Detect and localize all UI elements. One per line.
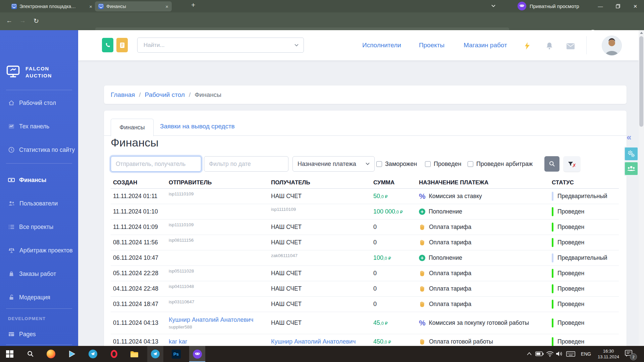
- user-avatar[interactable]: [602, 36, 622, 56]
- sidebar-section-development: DEVELOPMENT: [8, 316, 46, 321]
- sidebar-item-site-stats[interactable]: Статистика по сайту: [8, 146, 75, 154]
- sidebar-divider: [6, 163, 72, 164]
- chevron-down-icon[interactable]: [294, 44, 299, 47]
- new-tab-button[interactable]: +: [191, 1, 195, 9]
- nav-link-executors[interactable]: Исполнители: [362, 42, 401, 49]
- percent-icon: %: [419, 192, 426, 201]
- play-icon: [68, 350, 76, 358]
- users-icon: [8, 200, 15, 207]
- cell-receiver: zak06111047: [271, 254, 373, 261]
- minimize-button[interactable]: —: [592, 0, 609, 12]
- cell-status: Проведен: [552, 238, 619, 247]
- brand-logo[interactable]: FALCON AUCTION: [5, 65, 52, 79]
- bell-icon[interactable]: [546, 42, 553, 50]
- wifi-icon[interactable]: [546, 351, 554, 357]
- hand-icon: [419, 286, 426, 292]
- search-button[interactable]: [544, 156, 559, 172]
- keyboard-icon[interactable]: [566, 351, 575, 357]
- tab-withdraw-requests[interactable]: Заявки на вывод средств: [160, 123, 235, 130]
- checkbox-completed[interactable]: Проведен: [425, 156, 461, 172]
- close-button[interactable]: ×: [627, 0, 644, 12]
- taskbar-telegram-running[interactable]: [147, 346, 163, 362]
- global-search-input[interactable]: [143, 42, 294, 49]
- cell-created: 06.11.2024 10:47: [113, 254, 169, 261]
- tray-clock[interactable]: 16:30 13.11.2024: [593, 346, 624, 362]
- sidebar-item-work-orders[interactable]: Заказы работ: [8, 270, 56, 278]
- cell-created: 04.11.2024 22:48: [113, 285, 169, 292]
- status-bar: [552, 207, 553, 216]
- start-button[interactable]: [2, 346, 18, 362]
- completed-checkbox-input[interactable]: [425, 161, 431, 167]
- filter-reset-button[interactable]: ✗: [564, 156, 580, 172]
- sidebar-item-pages[interactable]: Pages: [8, 330, 36, 338]
- global-search-combobox[interactable]: [137, 38, 304, 53]
- private-mask-icon: [518, 2, 526, 10]
- windows-logo-icon: [6, 350, 13, 358]
- nav-link-projects[interactable]: Проекты: [419, 42, 444, 49]
- tab-finances[interactable]: Финансы: [111, 119, 154, 136]
- purpose-select[interactable]: Назначение платежа: [292, 156, 375, 172]
- screen: Электронная площадка услуг × Финансы × +…: [0, 0, 644, 362]
- clock-icon: [8, 146, 15, 153]
- breadcrumb-desktop[interactable]: Рабочий стол: [145, 91, 185, 99]
- orders-doc-button[interactable]: [116, 38, 128, 52]
- breadcrumb-home[interactable]: Главная: [111, 91, 135, 99]
- tray-language[interactable]: ENG: [580, 346, 592, 362]
- taskbar-telegram[interactable]: [85, 346, 101, 362]
- photoshop-icon: Ps: [172, 350, 181, 359]
- users-widget-button[interactable]: [624, 161, 639, 176]
- folder-icon: [130, 351, 139, 358]
- browser-tab-marketplace[interactable]: Электронная площадка услуг ×: [8, 1, 96, 11]
- finances-card: Финансы Заявки на вывод средств Финансы …: [104, 111, 627, 346]
- taskbar-opera[interactable]: [106, 346, 122, 362]
- phone-button[interactable]: [102, 38, 113, 52]
- taskbar-search-button[interactable]: [22, 346, 39, 362]
- plus-icon: +: [419, 208, 425, 215]
- page-scrollbar[interactable]: [639, 30, 644, 346]
- tab-overflow-icon[interactable]: [491, 4, 496, 8]
- battery-icon[interactable]: [535, 351, 544, 356]
- money-icon: [8, 177, 15, 183]
- sidebar-item-arbitration[interactable]: Арбитраж проектов: [8, 246, 73, 254]
- checkbox-frozen[interactable]: Заморожен: [376, 156, 417, 172]
- arbitration-checkbox-input[interactable]: [468, 161, 473, 167]
- reload-icon[interactable]: ↻: [34, 17, 39, 25]
- nav-link-work-shop[interactable]: Магазин работ: [464, 42, 507, 49]
- taskbar-private-browser-active[interactable]: [189, 346, 205, 362]
- sidebar-item-desktop[interactable]: Рабочий стол: [8, 99, 56, 107]
- sidebar-item-finances[interactable]: Финансы: [8, 176, 46, 184]
- cell-amount: 100 000,0 ₽: [373, 208, 419, 215]
- sidebar-item-moderation[interactable]: Модерация: [8, 293, 50, 301]
- taskbar-file-explorer[interactable]: [126, 346, 142, 362]
- restore-button[interactable]: [609, 0, 627, 12]
- taskbar-firefox[interactable]: [43, 346, 59, 362]
- scroll-up-icon[interactable]: [639, 30, 644, 36]
- checkbox-arbitration-completed[interactable]: Проведен арбитраж: [468, 156, 533, 172]
- cell-receiver: Кушнир Анатолий Анатолевич: [271, 338, 373, 345]
- taskbar-photoshop[interactable]: Ps: [168, 346, 184, 362]
- frozen-checkbox-input[interactable]: [376, 161, 382, 167]
- settings-widget-button[interactable]: [624, 146, 639, 161]
- collapse-panel-icon[interactable]: «: [627, 132, 631, 142]
- volume-icon[interactable]: [556, 351, 563, 357]
- tray-chevron-up-icon[interactable]: [527, 352, 532, 356]
- sender-filter-input[interactable]: [111, 156, 201, 172]
- tab-close-icon[interactable]: ×: [89, 4, 92, 9]
- table-row: 03.11.2024 18:47 isp03110647 НАШ СЧЕТ 0 …: [111, 297, 619, 312]
- envelope-icon[interactable]: [567, 43, 575, 49]
- scrollbar-thumb[interactable]: [639, 36, 643, 127]
- cell-sender: isp11110109: [169, 193, 271, 200]
- lightning-icon[interactable]: [524, 42, 530, 50]
- sidebar-item-all-projects[interactable]: Все проекты: [8, 223, 53, 231]
- cell-purpose: %+Оплата тарифа: [419, 224, 552, 231]
- cell-purpose: %+Пополнение: [419, 254, 552, 261]
- sidebar-item-tech-panel[interactable]: Тех панель: [8, 122, 49, 130]
- sidebar-item-users[interactable]: Пользователи: [8, 199, 58, 207]
- date-filter-input[interactable]: [204, 156, 288, 172]
- taskbar-media-player[interactable]: [64, 346, 80, 362]
- browser-tab-bar: Электронная площадка услуг × Финансы × +…: [0, 0, 644, 12]
- back-icon[interactable]: ←: [6, 17, 12, 24]
- tab-close-icon[interactable]: ×: [165, 4, 168, 9]
- forward-icon[interactable]: →: [19, 17, 26, 24]
- browser-tab-finances[interactable]: Финансы ×: [95, 1, 172, 11]
